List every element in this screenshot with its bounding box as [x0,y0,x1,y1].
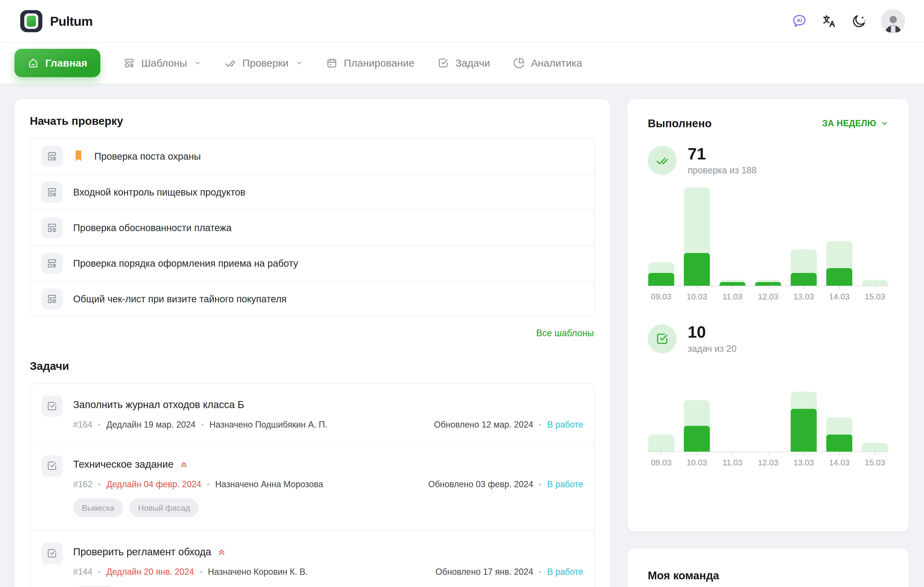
template-icon [41,146,63,167]
x-axis-label: 09.03 [648,452,674,467]
priority-high-icon [179,460,188,469]
period-value: ЗА НЕДЕЛЮ [822,118,876,128]
nav-item-label: Планирование [344,57,414,69]
dark-mode-toggle[interactable] [851,13,867,29]
checks-done-caption: проверка из 188 [688,165,757,176]
template-list-item[interactable]: Входной контроль пищевых продуктов [30,174,594,210]
x-axis-label: 09.03 [648,286,674,301]
x-axis-label: 13.03 [791,286,817,301]
template-list-item[interactable]: Проверка порядка оформления приема на ра… [30,245,594,281]
separator: • [207,480,210,488]
app-logo-icon [20,10,42,32]
bar-total [862,443,888,452]
moon-icon [851,13,867,29]
separator: • [98,568,101,576]
task-title: Проверить регламент обхода [73,546,211,557]
task-list-item[interactable]: Проверить регламент обхода #144 • Дедлай… [30,530,594,587]
task-assignee: Назначено Подшибякин А. П. [210,419,327,430]
template-list-item[interactable]: Общий чек-лист при визите тайного покупа… [30,281,594,316]
bar-completed [719,282,746,286]
bar-completed [755,282,781,286]
bar-group [719,367,746,452]
checks-done-value: 71 [688,145,757,162]
start-check-card: Начать проверку Проверка поста охраны [15,99,610,587]
chart-x-axis: 09.0310.0311.0312.0313.0314.0315.03 [648,286,888,301]
task-tags: ВывескаНовый фасад [73,498,583,517]
ai-chat-icon: AI [792,13,807,29]
nav-item-checks[interactable]: Проверки [224,57,303,69]
nav-item-analytics[interactable]: Аналитика [513,57,582,69]
task-list-item[interactable]: Техническое задание #162 • Дедлайн 04 фе… [30,443,594,530]
tasks-done-value: 10 [688,324,737,340]
chart-plot [648,367,888,452]
double-check-badge-icon [648,146,676,175]
task-title: Техническое задание [73,459,173,470]
separator: • [539,480,541,488]
language-button[interactable] [822,13,837,29]
template-list-item[interactable]: Проверка обоснованности платежа [30,210,594,245]
template-icon [41,288,63,309]
task-id: #144 [73,567,92,577]
period-dropdown[interactable]: ЗА НЕДЕЛЮ [822,118,888,128]
task-check-icon [41,543,63,564]
chevron-down-icon [881,120,888,127]
bar-completed [826,434,852,452]
home-icon [27,57,39,69]
tasks-done-caption: задач из 20 [688,344,737,354]
task-deadline: Дедлайн 19 мар. 2024 [106,419,196,430]
tasks-title: Задачи [30,360,595,373]
bar-group [791,188,817,286]
nav-item-home[interactable]: Главная [15,49,100,77]
chevron-down-icon [296,59,303,67]
user-avatar[interactable] [881,9,905,33]
template-icon [41,182,63,203]
template-list: Проверка поста охраны Входной контроль п… [30,138,595,317]
task-deadline: Дедлайн 20 янв. 2024 [106,567,194,577]
right-column: Выполнено ЗА НЕДЕЛЮ 71 проверка из 188 [627,99,909,587]
separator: • [539,568,541,576]
separator: • [200,568,202,576]
nav-item-templates[interactable]: Шаблоны [124,57,201,69]
check-square-badge-icon [648,324,676,353]
bar-group [648,188,674,286]
all-templates-link[interactable]: Все шаблоны [536,328,594,338]
bar-group [826,188,852,286]
checks-bar-chart: 09.0310.0311.0312.0313.0314.0315.03 [648,188,888,301]
nav-item-label: Аналитика [531,57,582,69]
bar-completed [684,253,710,286]
nav-item-planning[interactable]: Планирование [326,57,414,69]
separator: • [98,421,101,429]
top-actions: AI [792,9,905,33]
chevron-down-icon [194,59,201,67]
double-check-icon [224,57,236,69]
task-status: В работе [547,419,583,430]
bar-total [648,434,674,452]
task-meta: #144 • Дедлайн 20 янв. 2024 • Назначено … [73,567,583,577]
tasks-stat: 10 задач из 20 [648,324,888,354]
calendar-icon [326,57,338,69]
task-tag: Новый фасад [129,498,199,517]
template-list-item[interactable]: Проверка поста охраны [30,138,594,174]
nav-item-label: Проверки [242,57,289,69]
bar-completed [684,426,710,452]
bar-group [684,367,710,452]
priority-high-icon [217,548,226,556]
task-meta: #164 • Дедлайн 19 мар. 2024 • Назначено … [73,419,583,430]
top-bar: Pultum AI [0,0,924,43]
x-axis-label: 10.03 [684,286,710,301]
task-tag: Вывеска [73,498,123,517]
bar-group [684,188,710,286]
template-title: Общий чек-лист при визите тайного покупа… [73,294,287,304]
x-axis-label: 15.03 [862,286,888,301]
nav-item-tasks[interactable]: Задачи [437,57,490,69]
bar-group [719,188,746,286]
task-check-icon [41,396,63,417]
app-name: Pultum [50,14,92,29]
bar-group [826,367,852,452]
task-list-item[interactable]: Заполнить журнал отходов класса Б #164 •… [30,383,594,443]
ai-assistant-button[interactable]: AI [792,13,807,29]
template-icon [41,217,63,238]
bar-group [791,367,817,452]
avatar-photo [883,13,904,33]
templates-icon [124,57,135,69]
